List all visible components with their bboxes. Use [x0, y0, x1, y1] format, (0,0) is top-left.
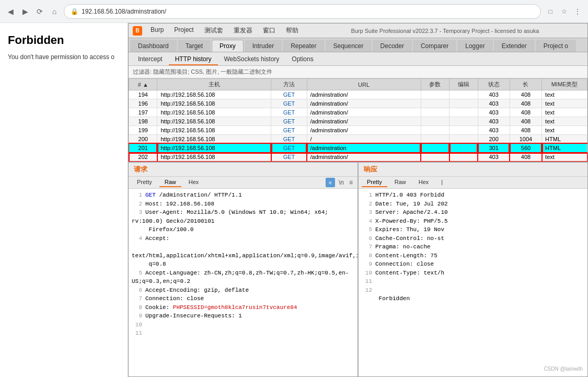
request-line: 3User-Agent: Mozilla/5.0 (Windows NT 10.…: [132, 208, 354, 225]
table-row[interactable]: 196http://192.168.56.108GET/adminstratio…: [129, 99, 587, 108]
subtab-intercept[interactable]: Intercept: [132, 54, 169, 65]
col-header-num[interactable]: # ▲: [129, 79, 157, 90]
table-row[interactable]: 197http://192.168.56.108GET/adminstratio…: [129, 108, 587, 117]
burp-menu: Burp Project 测试套 重发器 窗口 帮助: [146, 25, 303, 36]
line-number: 8: [362, 252, 372, 260]
extensions-icon[interactable]: □: [545, 6, 556, 17]
response-line: 12: [362, 286, 584, 295]
req-tab-pretty[interactable]: Pretty: [132, 178, 157, 187]
col-header-edit[interactable]: 编辑: [449, 79, 478, 90]
tab-logger[interactable]: Logger: [457, 40, 492, 52]
settings-icon[interactable]: ⋮: [572, 6, 583, 17]
burp-subtabs: Intercept HTTP history WebSockets histor…: [129, 52, 587, 66]
tab-target[interactable]: Target: [178, 40, 211, 52]
req-icon-edit[interactable]: ≡: [326, 178, 335, 187]
burp-titlebar: B Burp Project 测试套 重发器 窗口 帮助 Burp Suite …: [129, 24, 587, 38]
col-header-status[interactable]: 状态: [478, 79, 510, 90]
tab-extender[interactable]: Extender: [494, 40, 535, 52]
tab-proxy[interactable]: Proxy: [212, 40, 244, 52]
res-tab-hex[interactable]: Hex: [413, 178, 434, 187]
response-panel: 响应 Pretty Raw Hex | 1HTTP/1.0 403 Forbid…: [359, 163, 587, 376]
menu-ceshi[interactable]: 测试套: [200, 25, 227, 36]
request-line: 8Cookie: PHPSESSID=gmoth8klca7rusin7tvca…: [132, 303, 354, 312]
main-content: Forbidden You don't have permission to a…: [0, 23, 588, 377]
filter-bar: 过滤器: 隐藏范围项目; CSS, 图片, 一般隐藏二进制文件: [129, 66, 587, 78]
menu-help[interactable]: 帮助: [282, 25, 303, 36]
response-line: 11: [362, 277, 584, 286]
response-line: [362, 303, 584, 312]
table-row[interactable]: 194http://192.168.56.108GET/adminstratio…: [129, 90, 587, 99]
response-line: 1HTTP/1.0 403 Forbidd: [362, 191, 584, 200]
http-history-table-container[interactable]: # ▲ 主机 方法 URL 参数 编辑 状态 长 MIME类型 194http:…: [129, 78, 587, 162]
menu-project[interactable]: Project: [170, 25, 198, 36]
response-line: 6Cache-Control: no-st: [362, 234, 584, 243]
line-number: 11: [362, 277, 372, 286]
line-number: 5: [362, 225, 372, 234]
address-bar[interactable]: 🔒 192.168.56.108/adminstration/: [64, 4, 541, 19]
tab-sequencer[interactable]: Sequencer: [326, 40, 372, 52]
table-body: 194http://192.168.56.108GET/adminstratio…: [129, 90, 587, 162]
table-row[interactable]: 201http://192.168.56.108GET/adminstratio…: [129, 144, 587, 153]
request-line: 7Connection: close: [132, 294, 354, 303]
line-number: 2: [132, 200, 142, 209]
menu-window[interactable]: 窗口: [259, 25, 280, 36]
menu-burp[interactable]: Burp: [146, 25, 168, 36]
req-icon-more[interactable]: ≡: [348, 179, 354, 186]
burp-panel: B Burp Project 测试套 重发器 窗口 帮助 Burp Suite …: [128, 23, 588, 377]
request-line: 11: [132, 329, 354, 338]
subtab-http-history[interactable]: HTTP history: [169, 54, 218, 65]
forbidden-text: You don't have permission to access o: [8, 53, 120, 61]
line-number: 10: [362, 269, 372, 278]
col-header-method[interactable]: 方法: [271, 79, 307, 90]
tab-dashboard[interactable]: Dashboard: [130, 40, 177, 52]
line-number: 1: [132, 191, 142, 200]
req-tab-hex[interactable]: Hex: [183, 178, 204, 187]
refresh-button[interactable]: ⟳: [34, 6, 45, 17]
tab-comparer[interactable]: Comparer: [413, 40, 456, 52]
col-header-mime[interactable]: MIME类型: [542, 79, 587, 90]
req-tab-raw[interactable]: Raw: [159, 178, 181, 187]
request-content[interactable]: 1GET /adminstration/ HTTP/1.12Host: 192.…: [129, 189, 358, 376]
table-row[interactable]: 202http://192.168.56.108GET/adminstratio…: [129, 153, 587, 162]
filter-text: 过滤器: 隐藏范围项目; CSS, 图片, 一般隐藏二进制文件: [133, 68, 272, 75]
col-header-params[interactable]: 参数: [421, 79, 449, 90]
request-line: 2Host: 192.168.56.108: [132, 200, 354, 209]
col-header-url[interactable]: URL: [307, 79, 421, 90]
line-number: 10: [132, 321, 142, 329]
menu-chongfa[interactable]: 重发器: [229, 25, 257, 36]
tab-decoder[interactable]: Decoder: [373, 40, 412, 52]
tab-repeater[interactable]: Repeater: [283, 40, 324, 52]
res-tab-pipe[interactable]: |: [436, 178, 448, 187]
subtab-options[interactable]: Options: [285, 54, 319, 65]
response-line: [362, 312, 584, 321]
req-icon-wrap[interactable]: \n: [337, 179, 345, 186]
bookmark-icon[interactable]: ☆: [559, 6, 569, 17]
request-title: 请求: [129, 163, 358, 177]
table-row[interactable]: 198http://192.168.56.108GET/adminstratio…: [129, 117, 587, 126]
res-tab-raw[interactable]: Raw: [389, 178, 411, 187]
request-line: q=0.8: [132, 260, 354, 269]
home-button[interactable]: ⌂: [49, 6, 60, 17]
back-button[interactable]: ◀: [5, 6, 16, 17]
line-number: 6: [362, 234, 372, 243]
line-number: 8: [132, 303, 142, 312]
tab-project[interactable]: Project o: [536, 40, 576, 52]
response-line: 8Content-Length: 75: [362, 252, 584, 260]
subtab-websockets[interactable]: WebSockets history: [218, 54, 286, 65]
line-number: 7: [362, 243, 372, 252]
line-number: 3: [362, 208, 372, 217]
forbidden-page: Forbidden You don't have permission to a…: [0, 23, 128, 377]
http-history-table: # ▲ 主机 方法 URL 参数 编辑 状态 长 MIME类型 194http:…: [129, 78, 587, 162]
forward-button[interactable]: ▶: [20, 6, 30, 17]
response-content[interactable]: 1HTTP/1.0 403 Forbidd2Date: Tue, 19 Jul …: [359, 189, 587, 376]
response-line: Forbidden: [362, 294, 584, 303]
table-row[interactable]: 200http://192.168.56.108GET/2001004HTML: [129, 135, 587, 144]
table-row[interactable]: 199http://192.168.56.108GET/adminstratio…: [129, 126, 587, 135]
request-line: 1GET /adminstration/ HTTP/1.1: [132, 191, 354, 200]
col-header-host[interactable]: 主机: [157, 79, 271, 90]
tab-intruder[interactable]: Intruder: [245, 40, 282, 52]
res-tab-pretty[interactable]: Pretty: [362, 178, 387, 187]
burp-logo: B: [133, 26, 142, 36]
col-header-len[interactable]: 长: [510, 79, 541, 90]
burp-main-tabs: Dashboard Target Proxy Intruder Repeater…: [129, 38, 587, 52]
